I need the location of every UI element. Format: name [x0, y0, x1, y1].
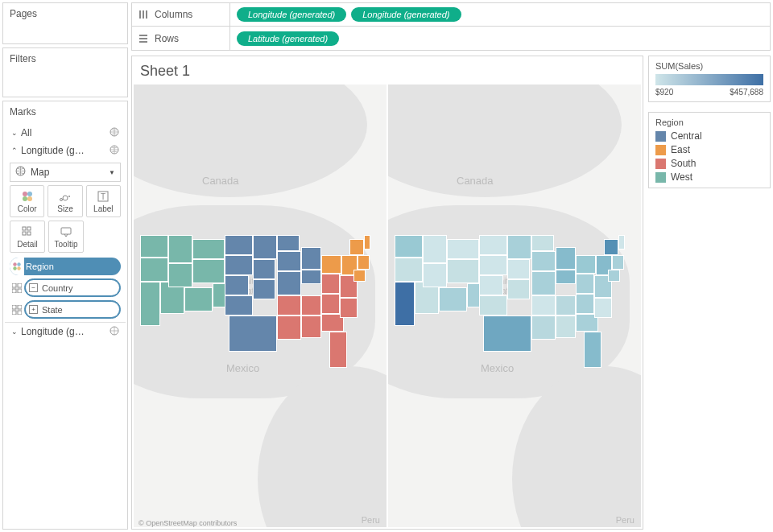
- label-peru: Peru: [362, 515, 380, 525]
- filters-shelf[interactable]: Filters: [2, 47, 128, 97]
- color-icon: [21, 190, 34, 203]
- svg-point-7: [60, 198, 62, 200]
- globe-icon: [108, 127, 119, 138]
- filters-header: Filters: [3, 48, 127, 69]
- columns-label: Columns: [132, 3, 230, 26]
- chevron-up-icon: ⌃: [11, 146, 18, 155]
- svg-point-8: [63, 196, 68, 200]
- map-sales[interactable]: Canada United States Mexico Peru: [388, 85, 641, 527]
- marks-header: Marks: [3, 101, 127, 122]
- detail-icon: [21, 225, 34, 238]
- svg-rect-24: [18, 289, 22, 293]
- label-icon: T: [97, 190, 110, 203]
- svg-rect-14: [27, 227, 31, 230]
- svg-point-5: [23, 196, 27, 201]
- detail-button[interactable]: Detail: [10, 221, 45, 253]
- legend-item-west[interactable]: West: [655, 171, 763, 183]
- svg-rect-28: [18, 311, 22, 315]
- svg-rect-21: [12, 283, 16, 287]
- map-attribution: © OpenStreetMap contributors: [138, 519, 237, 527]
- legend-region-title: Region: [655, 118, 763, 127]
- color-button[interactable]: Color: [10, 185, 44, 217]
- svg-point-9: [68, 196, 70, 197]
- detail-icon: [10, 305, 24, 315]
- svg-rect-26: [12, 311, 16, 315]
- expand-icon[interactable]: +: [29, 305, 38, 314]
- globe-icon: [108, 326, 119, 337]
- mark-type-select[interactable]: Map ▼: [10, 163, 121, 182]
- color-icon: [10, 258, 24, 275]
- svg-rect-30: [139, 10, 141, 19]
- svg-rect-35: [139, 41, 147, 43]
- pages-header: Pages: [3, 3, 127, 24]
- pill-longitude-2[interactable]: Longitude (generated): [351, 7, 461, 22]
- svg-point-17: [13, 262, 16, 266]
- legend-region[interactable]: Region CentralEastSouthWest: [648, 112, 771, 188]
- legend-gradient: [655, 74, 763, 85]
- size-icon: [59, 190, 72, 203]
- legend-sales-title: SUM(Sales): [655, 61, 763, 71]
- svg-point-19: [13, 266, 16, 270]
- sheet-title[interactable]: Sheet 1: [132, 56, 643, 80]
- tooltip-button[interactable]: Tooltip: [48, 221, 84, 253]
- pill-color-region[interactable]: Region: [10, 258, 121, 275]
- svg-point-4: [27, 192, 32, 196]
- legend-item-east[interactable]: East: [655, 144, 763, 155]
- size-button[interactable]: Size: [48, 185, 82, 217]
- svg-rect-31: [143, 10, 144, 19]
- swatch-icon: [655, 145, 666, 155]
- legend-item-central[interactable]: Central: [655, 130, 763, 142]
- chevron-down-icon: ⌄: [11, 129, 18, 137]
- detail-icon: [10, 283, 24, 293]
- collapse-icon[interactable]: −: [29, 283, 38, 292]
- svg-rect-16: [61, 228, 71, 234]
- columns-shelf[interactable]: Columns Longitude (generated) Longitude …: [131, 2, 771, 27]
- svg-rect-32: [146, 10, 147, 19]
- marks-all-section[interactable]: ⌄ All: [5, 124, 126, 142]
- label-button[interactable]: T Label: [86, 185, 121, 217]
- svg-rect-13: [23, 232, 26, 235]
- svg-rect-25: [12, 305, 16, 309]
- legend-sales[interactable]: SUM(Sales) $920 $457,688: [648, 56, 771, 102]
- svg-point-18: [17, 262, 20, 266]
- legend-min: $920: [655, 88, 673, 97]
- label-canada: Canada: [457, 175, 494, 187]
- rows-icon: [138, 34, 148, 43]
- svg-point-3: [23, 192, 27, 196]
- globe-icon: [15, 166, 26, 179]
- dropdown-icon: ▼: [109, 169, 115, 176]
- legend-max: $457,688: [730, 88, 763, 97]
- marks-longitude2-section[interactable]: ⌄ Longitude (g…: [5, 322, 126, 340]
- label-canada: Canada: [202, 175, 239, 187]
- worksheet-view[interactable]: Sheet 1 Canada United States Mexico Peru: [131, 56, 643, 530]
- svg-rect-15: [27, 232, 31, 235]
- svg-text:T: T: [101, 192, 105, 201]
- globe-icon: [108, 145, 119, 156]
- svg-rect-22: [12, 289, 16, 293]
- legend-item-south[interactable]: South: [655, 158, 763, 169]
- rows-shelf[interactable]: Rows Latitude (generated): [131, 27, 771, 51]
- pages-shelf[interactable]: Pages: [2, 2, 128, 44]
- columns-icon: [138, 10, 148, 19]
- svg-rect-33: [139, 35, 147, 36]
- swatch-icon: [655, 172, 666, 183]
- pill-longitude-1[interactable]: Longitude (generated): [237, 7, 346, 22]
- svg-rect-27: [18, 305, 22, 309]
- svg-rect-34: [139, 38, 147, 39]
- chevron-down-icon: ⌄: [11, 328, 18, 336]
- rows-label: Rows: [132, 27, 230, 50]
- pill-latitude[interactable]: Latitude (generated): [237, 31, 339, 46]
- pill-detail-country[interactable]: − Country: [26, 280, 119, 295]
- pill-detail-state[interactable]: + State: [26, 302, 119, 317]
- tooltip-icon: [60, 225, 72, 238]
- swatch-icon: [655, 131, 666, 142]
- marks-longitude-section[interactable]: ⌃ Longitude (g…: [5, 142, 126, 159]
- svg-rect-23: [18, 283, 22, 287]
- svg-point-20: [17, 266, 20, 270]
- svg-point-6: [27, 196, 32, 201]
- label-peru: Peru: [616, 515, 635, 525]
- swatch-icon: [655, 159, 666, 169]
- marks-card: Marks ⌄ All ⌃ Longitude (g…: [2, 101, 128, 530]
- map-region[interactable]: Canada United States Mexico Peru: [134, 85, 386, 527]
- svg-rect-12: [23, 227, 26, 230]
